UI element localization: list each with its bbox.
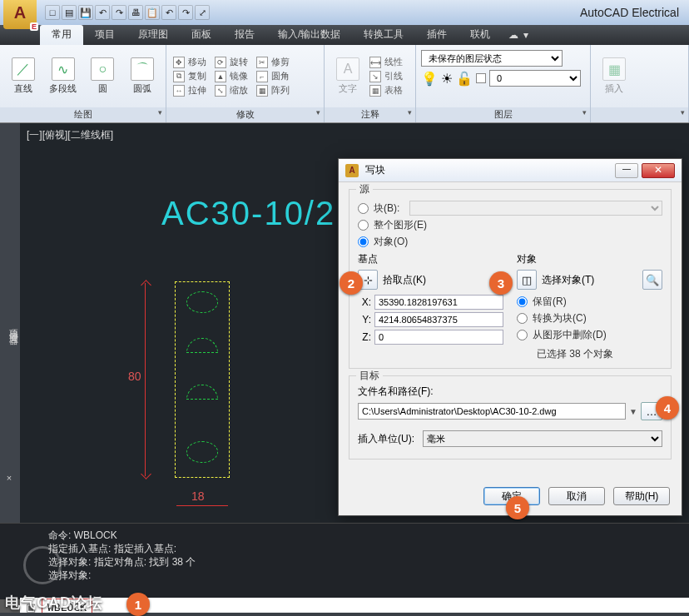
- qat-open-icon[interactable]: ▤: [62, 5, 77, 20]
- btn-circle[interactable]: ○圆: [87, 57, 120, 95]
- btn-fillet[interactable]: ⌐圆角: [256, 70, 290, 82]
- dialog-close-button[interactable]: ✕: [642, 163, 675, 178]
- qat-redo-icon[interactable]: ↷: [112, 5, 126, 20]
- radio-block[interactable]: [358, 203, 369, 214]
- btn-move[interactable]: ✥移动: [173, 56, 206, 68]
- dialog-title: 写块: [365, 163, 385, 177]
- subgroup-basepoint: 基点 ⊹ 拾取点(K) X: Y: Z:: [358, 252, 503, 361]
- radio-retain[interactable]: [517, 296, 528, 307]
- selection-status: 已选择 38 个对象: [517, 347, 662, 361]
- tab-schematic[interactable]: 原理图: [126, 25, 180, 45]
- btn-rotate[interactable]: ⟳旋转: [215, 56, 248, 68]
- qat-extents-icon[interactable]: ⤢: [195, 5, 210, 20]
- tab-report[interactable]: 报告: [223, 25, 266, 45]
- app-title: AutoCAD Electrical: [580, 6, 679, 19]
- ribbon-tab-strip: 常用 项目 原理图 面板 报告 输入/输出数据 转换工具 插件 联机 ☁▾: [0, 25, 689, 45]
- panel-draw: ／直线 ∿多段线 ○圆 ⌒圆弧 绘图: [0, 45, 166, 122]
- qat-new-icon[interactable]: □: [45, 5, 60, 20]
- layer-state-select[interactable]: 未保存的图层状态: [421, 50, 563, 67]
- btn-array[interactable]: ▦阵列: [256, 84, 290, 97]
- panel-draw-label[interactable]: 绘图: [0, 107, 166, 122]
- quick-select-button[interactable]: 🔍: [642, 270, 662, 290]
- tab-online[interactable]: 联机: [459, 25, 502, 45]
- btn-text[interactable]: A文字: [331, 57, 364, 95]
- qat-save-icon[interactable]: 💾: [78, 5, 93, 20]
- drawing-geometry: 80 18: [145, 278, 253, 486]
- tab-plugin[interactable]: 插件: [415, 25, 459, 45]
- panel-layer: 未保存的图层状态 💡 ☀ 🔓 0 图层: [416, 45, 591, 122]
- coord-z-input[interactable]: [374, 330, 503, 345]
- btn-leader[interactable]: ↘引线: [369, 70, 403, 82]
- btn-scale[interactable]: ⤡缩放: [215, 84, 248, 97]
- layer-bulb-icon: 💡: [421, 71, 438, 87]
- panel-layer-label[interactable]: 图层: [416, 107, 590, 122]
- tab-panel[interactable]: 面板: [180, 25, 223, 45]
- panel-insert-label[interactable]: [591, 107, 688, 122]
- layer-current-select[interactable]: 0: [489, 70, 581, 87]
- unit-select[interactable]: 毫米: [423, 430, 662, 447]
- ribbon: ／直线 ∿多段线 ○圆 ⌒圆弧 绘图 ✥移动 ⟳旋转 ✂修剪 ⧉复制 ▲镜像 ⌐…: [0, 45, 689, 123]
- panel-insert: ▦插入: [591, 45, 689, 122]
- btn-mirror[interactable]: ▲镜像: [215, 70, 248, 82]
- btn-linear-dim[interactable]: ⟷线性: [369, 56, 403, 68]
- layer-sun-icon: ☀: [441, 71, 453, 87]
- watermark-text: 电气CAD论坛: [5, 593, 103, 613]
- step-badge-2: 2: [340, 271, 363, 295]
- btn-arc[interactable]: ⌒圆弧: [126, 57, 159, 95]
- radio-objects[interactable]: [358, 236, 369, 247]
- drawing-part-text: AC30-10/2: [161, 195, 335, 232]
- step-badge-1: 1: [126, 593, 150, 616]
- layer-lock-icon: 🔓: [456, 71, 473, 87]
- dialog-titlebar[interactable]: A 写块 — ✕: [339, 159, 682, 182]
- step-badge-3: 3: [489, 271, 513, 295]
- btn-polyline[interactable]: ∿多段线: [47, 57, 80, 95]
- tab-common[interactable]: 常用: [40, 25, 83, 45]
- btn-stretch[interactable]: ↔拉伸: [173, 84, 206, 97]
- sidebar-project-manager[interactable]: 项目管理器 ×: [0, 123, 20, 523]
- dialog-icon: A: [345, 164, 359, 177]
- qat-undo2-icon[interactable]: ↶: [161, 5, 176, 20]
- status-bar: [0, 613, 689, 616]
- dim-vertical-value: 80: [128, 370, 141, 383]
- tab-dropdown-icon[interactable]: ▾: [523, 29, 528, 41]
- btn-copy[interactable]: ⧉复制: [173, 70, 206, 82]
- coord-x-input[interactable]: [374, 295, 503, 310]
- dialog-minimize-button[interactable]: —: [615, 163, 638, 178]
- title-bar: AE □ ▤ 💾 ↶ ↷ 🖶 📋 ↶ ↷ ⤢ AutoCAD Electrica…: [0, 0, 689, 25]
- qat-undo-icon[interactable]: ↶: [95, 5, 110, 20]
- panel-annot-label[interactable]: 注释: [325, 107, 415, 122]
- layer-color-swatch: [476, 73, 486, 83]
- command-history: 命令: WBLOCK 指定插入基点: 指定插入基点: 选择对象: 指定对角点: …: [0, 523, 689, 599]
- select-objects-button[interactable]: ◫: [517, 270, 537, 290]
- btn-insert[interactable]: ▦插入: [597, 57, 631, 95]
- panel-modify-label[interactable]: 修改: [166, 107, 324, 122]
- help-button[interactable]: 帮助(H): [613, 487, 670, 505]
- btn-table[interactable]: ▦表格: [369, 84, 403, 97]
- radio-convert[interactable]: [517, 313, 528, 324]
- qat-print-icon[interactable]: 🖶: [128, 5, 143, 20]
- tab-convert[interactable]: 转换工具: [352, 25, 415, 45]
- qat-paste-icon[interactable]: 📋: [145, 5, 160, 20]
- panel-modify: ✥移动 ⟳旋转 ✂修剪 ⧉复制 ▲镜像 ⌐圆角 ↔拉伸 ⤡缩放 ▦阵列 修改: [166, 45, 325, 122]
- app-menu-icon[interactable]: AE: [3, 0, 37, 29]
- tab-cloud-icon[interactable]: ☁: [508, 29, 518, 41]
- sidebar-close-icon[interactable]: ×: [4, 473, 14, 484]
- coord-y-input[interactable]: [374, 312, 503, 327]
- dim-horizontal-value: 18: [191, 489, 205, 503]
- cancel-button[interactable]: 取消: [548, 487, 605, 505]
- radio-delete[interactable]: [517, 330, 528, 340]
- step-badge-4: 4: [656, 396, 679, 420]
- viewport-label[interactable]: [一][俯视][二维线框]: [27, 128, 113, 142]
- qat-redo2-icon[interactable]: ↷: [178, 5, 193, 20]
- wblock-dialog: A 写块 — ✕ 源 块(B): 整个图形(E) 对象(O) 基点 ⊹ 拾取点(…: [338, 158, 682, 516]
- watermark-circle: [23, 546, 62, 584]
- btn-trim[interactable]: ✂修剪: [256, 56, 290, 68]
- block-select: [409, 201, 662, 216]
- panel-annot: A文字 ⟷线性 ↘引线 ▦表格 注释: [325, 45, 416, 122]
- quick-access-toolbar: □ ▤ 💾 ↶ ↷ 🖶 📋 ↶ ↷ ⤢: [45, 5, 210, 20]
- file-path-input[interactable]: [358, 403, 626, 420]
- btn-line[interactable]: ／直线: [7, 57, 40, 95]
- tab-project[interactable]: 项目: [83, 25, 126, 45]
- radio-entire[interactable]: [358, 220, 369, 231]
- tab-io[interactable]: 输入/输出数据: [266, 25, 352, 45]
